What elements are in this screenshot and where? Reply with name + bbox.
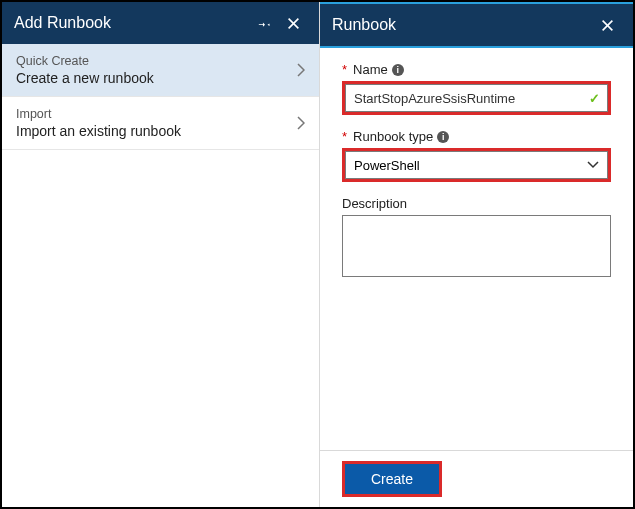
chevron-right-icon [297, 116, 305, 130]
right-panel-title: Runbook [332, 16, 396, 34]
type-label: * Runbook type i [342, 129, 611, 144]
option-subtitle: Create a new runbook [16, 70, 154, 86]
close-icon[interactable] [279, 17, 307, 30]
info-icon[interactable]: i [392, 64, 404, 76]
right-panel-titlebar: Runbook [320, 4, 633, 46]
option-title: Quick Create [16, 54, 154, 68]
chevron-right-icon [297, 63, 305, 77]
left-panel-title: Add Runbook [14, 14, 111, 32]
info-icon[interactable]: i [437, 131, 449, 143]
valid-check-icon: ✓ [589, 91, 600, 106]
runbook-type-select[interactable]: PowerShell [345, 151, 608, 179]
name-input[interactable] [345, 84, 608, 112]
option-title: Import [16, 107, 181, 121]
description-input[interactable] [342, 215, 611, 277]
option-subtitle: Import an existing runbook [16, 123, 181, 139]
create-button[interactable]: Create [345, 464, 439, 494]
name-label: * Name i [342, 62, 611, 77]
chevron-down-icon [587, 161, 599, 169]
left-panel-titlebar: Add Runbook [2, 2, 319, 44]
runbook-type-value: PowerShell [354, 158, 420, 173]
pin-icon[interactable] [251, 16, 279, 30]
required-asterisk: * [342, 129, 347, 144]
option-import[interactable]: Import Import an existing runbook [2, 97, 319, 150]
close-icon[interactable] [593, 19, 621, 32]
required-asterisk: * [342, 62, 347, 77]
option-quick-create[interactable]: Quick Create Create a new runbook [2, 44, 319, 97]
description-label: Description [342, 196, 611, 211]
